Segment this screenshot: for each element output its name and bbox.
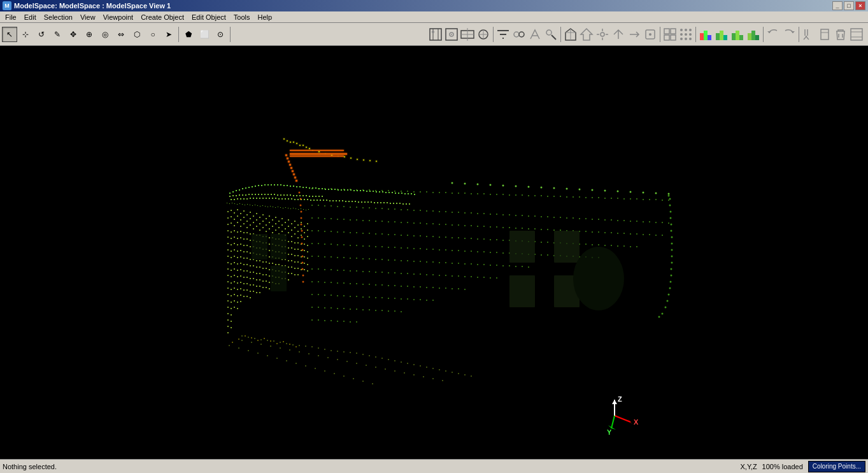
scan-tool-4[interactable]	[476, 27, 491, 42]
svg-point-1114	[305, 365, 306, 367]
pan-tool[interactable]: ✥	[66, 27, 81, 42]
copy-btn[interactable]	[817, 27, 832, 42]
delete-btn[interactable]	[833, 27, 848, 42]
svg-point-539	[240, 282, 241, 283]
menu-edit-object[interactable]: Edit Object	[188, 12, 230, 22]
svg-point-757	[331, 231, 332, 232]
menu-file[interactable]: File	[1, 12, 20, 22]
menu-tools[interactable]: Tools	[230, 12, 254, 22]
svg-point-1053	[280, 342, 281, 343]
filter-tool-1[interactable]	[495, 27, 511, 42]
svg-point-1011	[671, 243, 673, 245]
svg-point-999	[630, 191, 632, 193]
svg-point-497	[297, 274, 299, 275]
cut-btn[interactable]	[801, 27, 816, 42]
scan-tool-2[interactable]	[444, 27, 459, 42]
svg-rect-130	[369, 191, 371, 192]
svg-rect-217	[361, 201, 362, 203]
circle-create-tool[interactable]: ⊙	[213, 27, 228, 42]
svg-point-694	[649, 221, 650, 222]
svg-point-645	[337, 206, 338, 207]
move-tool[interactable]: ⇔	[113, 27, 129, 42]
svg-point-666	[471, 212, 472, 214]
svg-rect-260	[293, 208, 294, 208]
poly-create-tool[interactable]: ⬟	[181, 27, 196, 42]
menu-selection[interactable]: Selection	[40, 12, 76, 22]
maximize-button[interactable]: □	[844, 1, 854, 10]
menu-view[interactable]: View	[76, 12, 99, 22]
svg-rect-115	[322, 188, 323, 189]
svg-point-478	[237, 263, 238, 265]
svg-point-545	[259, 286, 260, 287]
svg-rect-240	[242, 204, 243, 205]
svg-point-736	[553, 229, 555, 231]
svg-point-1010	[671, 236, 673, 238]
color-tool-1[interactable]	[698, 27, 713, 42]
svg-point-775	[445, 236, 446, 238]
rect-create-tool[interactable]: ⬜	[197, 27, 212, 42]
nav-tool-2[interactable]	[579, 27, 594, 42]
circle-select-tool[interactable]: ○	[145, 27, 160, 42]
filter-tool-3[interactable]	[527, 27, 543, 42]
svg-rect-172	[312, 196, 313, 197]
zoom-tool[interactable]: ⊕	[82, 27, 97, 42]
svg-point-318	[307, 229, 308, 231]
nav-tool-5[interactable]	[627, 27, 642, 42]
toolbar: ↖ ⊹ ↺ ✎ ✥ ⊕ ◎ ⇔ ⬡ ○ ➤ ⬟ ⬜ ⊙	[0, 23, 868, 46]
minimize-button[interactable]: _	[832, 1, 843, 10]
coloring-points-button[interactable]: Coloring Points...	[808, 461, 865, 472]
svg-point-723	[471, 225, 472, 226]
menu-help[interactable]: Help	[254, 12, 276, 22]
select-arrow-tool[interactable]: ↖	[2, 27, 17, 42]
undo-btn[interactable]	[765, 27, 781, 42]
color-tool-4[interactable]	[746, 27, 761, 42]
color-tool-3[interactable]	[730, 27, 745, 42]
scan-tool-1[interactable]	[428, 27, 443, 42]
menu-create-object[interactable]: Create Object	[137, 12, 188, 22]
svg-point-720	[452, 224, 453, 226]
target-tool[interactable]: ◎	[97, 27, 113, 42]
svg-rect-76	[288, 161, 290, 163]
svg-point-687	[604, 219, 606, 221]
svg-point-294	[231, 216, 232, 217]
menu-edit[interactable]: Edit	[20, 12, 40, 22]
svg-point-954	[388, 298, 389, 299]
viewport[interactable]: X Y Z	[0, 46, 868, 459]
nav-tool-6[interactable]	[643, 27, 658, 42]
svg-point-34	[685, 38, 687, 40]
pencil-tool[interactable]: ✎	[50, 27, 65, 42]
svg-point-882	[502, 265, 504, 266]
svg-point-550	[231, 289, 232, 290]
svg-point-30	[680, 33, 683, 36]
svg-point-704	[350, 219, 351, 221]
arrow-select-tool[interactable]: ➤	[161, 27, 176, 42]
grid-tool-2[interactable]	[678, 27, 694, 42]
select-point-tool[interactable]: ⊹	[18, 27, 33, 42]
svg-rect-60	[302, 145, 304, 146]
nav-tool-4[interactable]	[611, 27, 626, 42]
svg-rect-147	[232, 195, 234, 196]
svg-point-495	[291, 273, 292, 274]
svg-rect-224	[383, 202, 385, 203]
svg-rect-215	[355, 201, 356, 202]
grid-tool-1[interactable]	[662, 27, 678, 42]
nav-tool-3[interactable]	[595, 27, 610, 42]
svg-rect-199	[304, 199, 305, 200]
color-tool-2[interactable]	[714, 27, 729, 42]
title-bar-controls[interactable]: _ □ ×	[832, 1, 865, 10]
polygon-select-tool[interactable]: ⬡	[129, 27, 145, 42]
rotate-tool[interactable]: ↺	[34, 27, 49, 42]
filter-tool-4[interactable]	[543, 27, 559, 42]
close-button[interactable]: ×	[855, 1, 865, 10]
svg-point-1068	[375, 356, 376, 358]
svg-point-822	[413, 248, 415, 249]
settings-btn[interactable]	[849, 27, 864, 42]
svg-rect-157	[264, 194, 266, 195]
menu-viewpoint[interactable]: Viewpoint	[99, 12, 138, 22]
redo-btn[interactable]	[781, 27, 797, 42]
svg-point-1106	[229, 345, 230, 346]
svg-point-371	[227, 236, 229, 238]
filter-tool-2[interactable]	[511, 27, 527, 42]
nav-tool-1[interactable]	[563, 27, 578, 42]
scan-tool-3[interactable]	[460, 27, 475, 42]
